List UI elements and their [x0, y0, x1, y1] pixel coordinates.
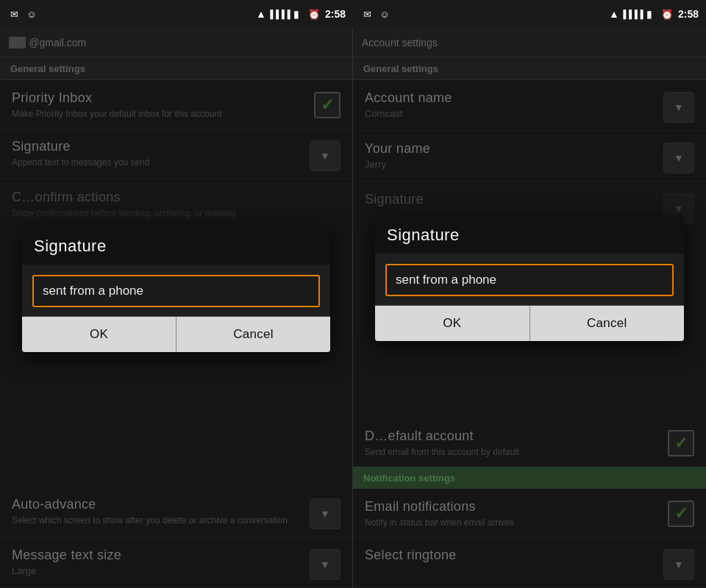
split-container: @gmail.com General settings Priority Inb…: [0, 28, 706, 588]
right-dialog-title: Signature: [387, 226, 672, 245]
right-signature-input[interactable]: [385, 264, 674, 296]
right-dialog-buttons: OK Cancel: [375, 305, 684, 341]
gmail-icon-right: ✉: [360, 7, 374, 21]
status-right-info-right: ▲ ▐▐▐▐ ▮ ⏰ 2:58: [607, 7, 699, 21]
right-ok-button[interactable]: OK: [375, 306, 530, 341]
status-bar: ✉ ☺ ▲ ▐▐▐▐ ▮ ⏰ 2:58 ✉ ☺ ▲ ▐▐▐▐ ▮ ⏰ 2:58: [0, 0, 706, 28]
signal-icon-right: ▐▐▐▐: [625, 7, 638, 21]
right-dialog-body: [375, 254, 684, 305]
battery-icon-left: ▮: [290, 7, 303, 21]
left-signature-dialog: Signature OK Cancel: [22, 226, 330, 352]
battery-icon-right: ▮: [643, 7, 656, 21]
wifi-icon-left: ▲: [254, 7, 268, 21]
status-right-icons: ✉ ☺: [360, 7, 391, 21]
alarm-icon-left: ⏰: [307, 7, 321, 21]
left-cancel-button[interactable]: Cancel: [176, 317, 330, 352]
smiley-icon-right: ☺: [378, 7, 391, 21]
status-left-icons: ✉ ☺: [7, 7, 38, 21]
wifi-icon-right: ▲: [607, 7, 621, 21]
right-panel: Account settings General settings Accoun…: [353, 28, 706, 588]
right-signature-dialog: Signature OK Cancel: [375, 215, 684, 341]
left-dialog-buttons: OK Cancel: [22, 316, 330, 352]
left-dialog-title: Signature: [34, 237, 318, 256]
time-left: 2:58: [325, 8, 346, 20]
left-ok-button[interactable]: OK: [22, 317, 176, 352]
status-bar-right: ✉ ☺ ▲ ▐▐▐▐ ▮ ⏰ 2:58: [353, 0, 706, 28]
alarm-icon-right: ⏰: [660, 7, 674, 21]
left-panel: @gmail.com General settings Priority Inb…: [0, 28, 353, 588]
right-dialog-title-bar: Signature: [375, 215, 684, 254]
signal-icon-left: ▐▐▐▐: [272, 7, 285, 21]
status-bar-left: ✉ ☺ ▲ ▐▐▐▐ ▮ ⏰ 2:58: [0, 0, 353, 28]
smiley-icon-left: ☺: [25, 7, 38, 21]
left-signature-input[interactable]: [32, 275, 320, 307]
gmail-icon-left: ✉: [7, 7, 21, 21]
status-right-info-left: ▲ ▐▐▐▐ ▮ ⏰ 2:58: [254, 7, 346, 21]
left-dialog-body: [22, 265, 330, 316]
time-right: 2:58: [678, 8, 699, 20]
left-dialog-title-bar: Signature: [22, 226, 330, 265]
right-cancel-button[interactable]: Cancel: [530, 306, 685, 341]
